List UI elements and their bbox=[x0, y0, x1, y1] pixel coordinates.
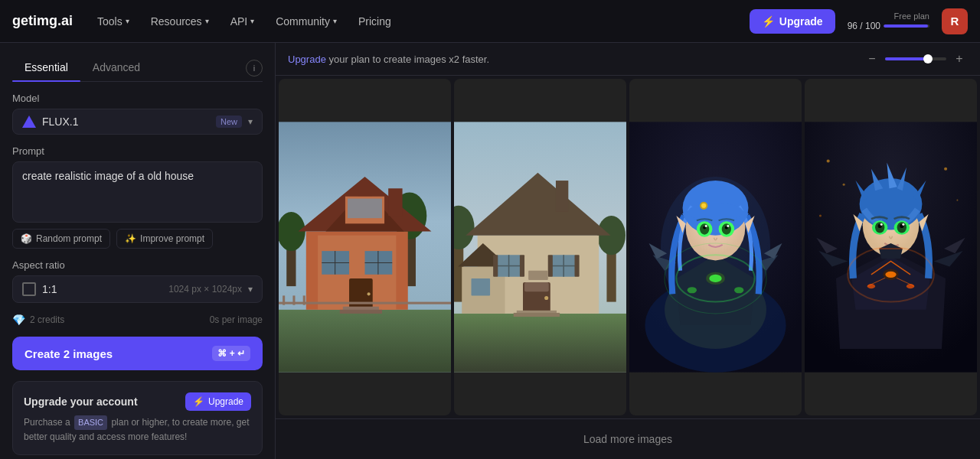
banner-text: Upgrade your plan to create images x2 fa… bbox=[288, 54, 489, 65]
svg-point-119 bbox=[880, 223, 883, 226]
plan-bar-track bbox=[884, 24, 929, 28]
house2-svg bbox=[454, 79, 626, 415]
nav-tools[interactable]: Tools ▾ bbox=[88, 11, 139, 32]
prompt-actions: 🎲 Random prompt ✨ Improve prompt bbox=[12, 229, 263, 249]
tab-advanced[interactable]: Advanced bbox=[80, 55, 152, 81]
model-select[interactable]: FLUX.1 New ▾ bbox=[12, 109, 263, 135]
plan-used: 96 / 100 bbox=[848, 21, 880, 31]
credits-row: 💎 2 credits 0s per image bbox=[12, 314, 263, 326]
image-cell-house2[interactable] bbox=[454, 79, 626, 415]
random-prompt-button[interactable]: 🎲 Random prompt bbox=[12, 229, 110, 249]
image-cell-anime2[interactable] bbox=[805, 79, 977, 415]
tab-row: Essential Advanced i bbox=[12, 55, 263, 82]
upgrade-card-button[interactable]: ⚡ Upgrade bbox=[185, 392, 251, 411]
content-area: Upgrade your plan to create images x2 fa… bbox=[276, 43, 980, 459]
anime1-svg bbox=[629, 79, 802, 415]
zoom-slider-fill bbox=[885, 57, 925, 60]
aspect-chevron-icon: ▾ bbox=[248, 284, 253, 295]
plan-bar-fill bbox=[884, 24, 928, 28]
model-new-badge: New bbox=[216, 116, 242, 128]
sparkle-icon: ✨ bbox=[125, 233, 136, 244]
svg-rect-55 bbox=[556, 181, 568, 212]
svg-rect-32 bbox=[606, 247, 616, 302]
upgrade-card-text: Purchase a BASIC plan or higher, to crea… bbox=[24, 415, 251, 444]
aspect-label: Aspect ratio bbox=[12, 259, 263, 271]
api-chevron-icon: ▾ bbox=[250, 17, 254, 25]
svg-rect-22 bbox=[340, 310, 382, 314]
svg-rect-26 bbox=[303, 295, 305, 304]
svg-rect-12 bbox=[348, 199, 382, 219]
plan-label: Free plan bbox=[894, 11, 929, 21]
time-per-image: 0s per image bbox=[210, 314, 263, 325]
svg-rect-27 bbox=[388, 188, 402, 216]
svg-point-97 bbox=[867, 284, 875, 288]
aspect-ratio-value: 1:1 bbox=[42, 283, 162, 295]
svg-point-98 bbox=[906, 284, 914, 288]
aspect-select[interactable]: 1:1 1024 px × 1024px ▾ bbox=[12, 275, 263, 303]
upgrade-button[interactable]: ⚡ Upgrade bbox=[750, 9, 835, 34]
upgrade-card: Upgrade your account ⚡ Upgrade Purchase … bbox=[12, 381, 263, 455]
credits-label: 2 credits bbox=[30, 314, 64, 325]
image-cell-anime1[interactable] bbox=[629, 79, 802, 415]
basic-badge: BASIC bbox=[74, 415, 107, 430]
image-cell-house1[interactable] bbox=[279, 79, 451, 415]
tab-essential[interactable]: Essential bbox=[12, 55, 80, 81]
aspect-dimensions: 1024 px × 1024px bbox=[168, 284, 242, 295]
zoom-out-button[interactable]: − bbox=[864, 50, 880, 67]
image-grid bbox=[276, 76, 980, 418]
community-chevron-icon: ▾ bbox=[333, 17, 337, 25]
svg-rect-49 bbox=[493, 255, 498, 277]
svg-point-86 bbox=[701, 203, 706, 208]
svg-point-89 bbox=[843, 184, 845, 186]
svg-point-46 bbox=[544, 296, 548, 300]
plan-usage: 96 / 100 bbox=[848, 21, 929, 31]
svg-point-82 bbox=[727, 225, 729, 227]
lightning-icon: ⚡ bbox=[762, 15, 775, 28]
svg-point-88 bbox=[827, 159, 830, 162]
flux-icon bbox=[22, 116, 36, 128]
tools-chevron-icon: ▾ bbox=[126, 17, 129, 25]
svg-rect-45 bbox=[524, 282, 549, 291]
svg-point-33 bbox=[597, 216, 626, 255]
svg-rect-48 bbox=[514, 313, 560, 317]
main-layout: Essential Advanced i Model FLUX.1 New ▾ … bbox=[0, 43, 980, 459]
dice-icon: 🎲 bbox=[21, 233, 32, 244]
credits-icon: 💎 bbox=[12, 314, 25, 326]
zoom-in-button[interactable]: + bbox=[951, 50, 968, 67]
prompt-input[interactable]: create realistic image of a old house bbox=[12, 161, 263, 223]
svg-point-81 bbox=[705, 225, 707, 227]
aspect-thumb-icon bbox=[22, 282, 36, 296]
nav-community[interactable]: Community ▾ bbox=[266, 11, 346, 32]
svg-point-91 bbox=[956, 200, 958, 201]
model-section: Model FLUX.1 New ▾ bbox=[12, 93, 263, 135]
model-chevron-icon: ▾ bbox=[248, 116, 253, 127]
svg-rect-50 bbox=[520, 255, 524, 277]
lightning-small-icon: ⚡ bbox=[193, 396, 204, 407]
prompt-section: Prompt create realistic image of a old h… bbox=[12, 145, 263, 249]
prompt-label: Prompt bbox=[12, 145, 263, 157]
load-more-button[interactable]: Load more images bbox=[568, 428, 688, 450]
upgrade-card-title: Upgrade your account ⚡ Upgrade bbox=[24, 392, 251, 411]
aspect-section: Aspect ratio 1:1 1024 px × 1024px ▾ bbox=[12, 259, 263, 303]
improve-prompt-button[interactable]: ✨ Improve prompt bbox=[116, 229, 213, 249]
svg-point-72 bbox=[688, 203, 743, 222]
upgrade-banner: Upgrade your plan to create images x2 fa… bbox=[276, 43, 980, 76]
logo[interactable]: getimg.ai bbox=[12, 13, 73, 29]
zoom-slider[interactable] bbox=[885, 57, 946, 60]
nav-pricing[interactable]: Pricing bbox=[349, 11, 400, 32]
create-images-button[interactable]: Create 2 images ⌘ + ↵ bbox=[12, 337, 263, 370]
banner-upgrade-link[interactable]: Upgrade bbox=[288, 54, 326, 65]
svg-rect-24 bbox=[283, 295, 285, 304]
svg-point-120 bbox=[902, 223, 904, 226]
zoom-slider-thumb[interactable] bbox=[923, 54, 933, 63]
info-icon[interactable]: i bbox=[246, 60, 263, 76]
svg-point-64 bbox=[734, 287, 743, 293]
nav-api[interactable]: API ▾ bbox=[221, 11, 264, 32]
nav-resources[interactable]: Resources ▾ bbox=[142, 11, 218, 32]
svg-point-62 bbox=[709, 275, 721, 282]
svg-rect-1 bbox=[279, 310, 451, 373]
avatar[interactable]: R bbox=[942, 8, 968, 34]
svg-point-63 bbox=[688, 287, 697, 293]
plan-info: Free plan 96 / 100 bbox=[848, 11, 929, 31]
svg-point-96 bbox=[885, 272, 896, 278]
